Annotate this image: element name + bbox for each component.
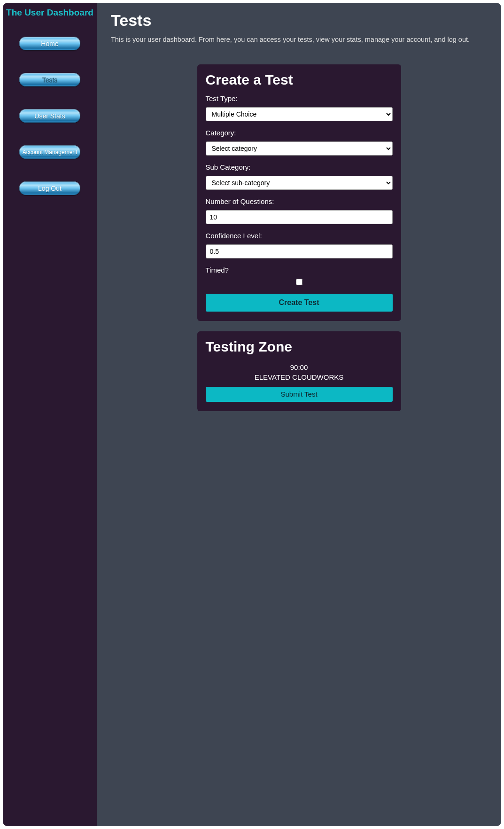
select-category[interactable]: Select category xyxy=(206,141,393,156)
sidebar-item-home[interactable]: Home xyxy=(19,37,80,50)
page-title: Tests xyxy=(111,11,487,30)
sidebar-item-tests[interactable]: Tests xyxy=(19,73,80,86)
submit-test-button[interactable]: Submit Test xyxy=(206,387,393,402)
sidebar-item-account-management[interactable]: Account Management xyxy=(19,145,80,159)
input-confidence[interactable] xyxy=(206,244,393,258)
testing-zone-title: Testing Zone xyxy=(206,339,393,355)
create-test-button[interactable]: Create Test xyxy=(206,294,393,312)
label-confidence: Confidence Level: xyxy=(206,232,393,240)
label-test-type: Test Type: xyxy=(206,94,393,102)
input-num-questions[interactable] xyxy=(206,210,393,224)
page-description: This is your user dashboard. From here, … xyxy=(111,35,487,45)
testing-zone-term: ELEVATED CLOUDWORKS xyxy=(206,373,393,381)
create-test-title: Create a Test xyxy=(206,72,393,88)
label-num-questions: Number of Questions: xyxy=(206,197,393,205)
sidebar-item-log-out[interactable]: Log Out xyxy=(19,181,80,195)
sidebar-title: The User Dashboard xyxy=(3,8,97,23)
nav-list: Home Tests User Stats Account Management… xyxy=(3,23,97,195)
select-test-type[interactable]: Multiple Choice xyxy=(206,107,393,121)
testing-zone-timer: 90:00 xyxy=(206,363,393,371)
testing-zone-card: Testing Zone 90:00 ELEVATED CLOUDWORKS S… xyxy=(197,331,401,411)
sidebar-item-user-stats[interactable]: User Stats xyxy=(19,109,80,123)
label-category: Category: xyxy=(206,129,393,137)
select-sub-category[interactable]: Select sub-category xyxy=(206,176,393,190)
label-timed: Timed? xyxy=(206,266,393,274)
main-content: Tests This is your user dashboard. From … xyxy=(97,3,501,826)
sidebar: The User Dashboard Home Tests User Stats… xyxy=(3,3,97,826)
label-sub-category: Sub Category: xyxy=(206,163,393,171)
create-test-card: Create a Test Test Type: Multiple Choice… xyxy=(197,64,401,321)
checkbox-timed[interactable] xyxy=(296,279,302,285)
